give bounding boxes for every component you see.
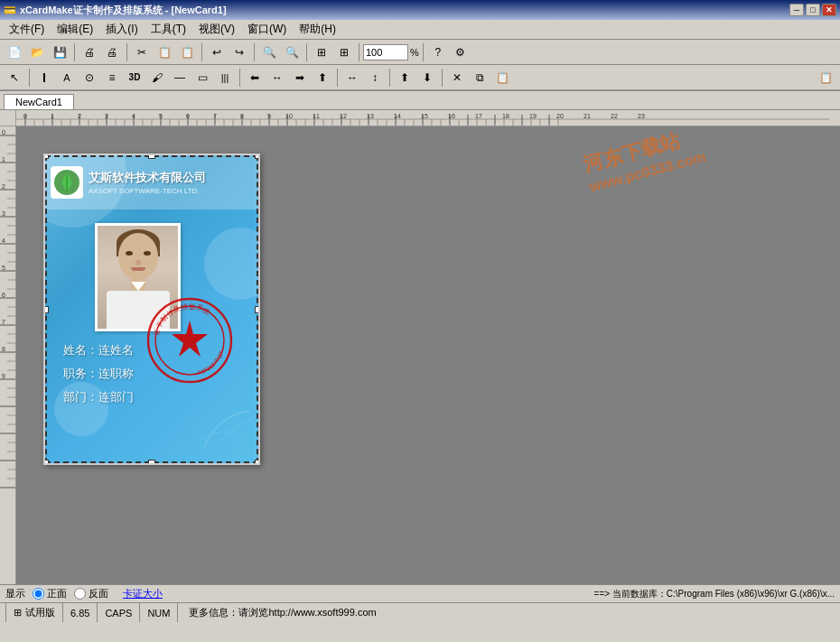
handle-tr[interactable] [255,154,260,159]
flip-v-button[interactable]: ↕ [364,68,386,88]
3d-tool[interactable]: 3D [124,68,145,88]
text-field-tool[interactable]: A [56,68,78,88]
canvas-area[interactable]: 艾斯软件技术有限公司 AXSOFT SOFTWARE-TECH LTD. [16,126,840,584]
handle-tc[interactable] [148,154,155,159]
svg-text:11: 11 [313,113,320,119]
svg-text:22: 22 [611,113,618,119]
close-button[interactable]: ✕ [822,4,836,16]
align-button[interactable]: ⊞ [311,42,332,62]
settings-button[interactable]: ⚙ [450,42,471,62]
toolbar1: 📄 📂 💾 🖨 🖨 ✂ 📋 📋 ↩ ↪ 🔍 🔍 ⊞ ⊞ % ? ⚙ [0,40,840,65]
card-logo [51,166,83,199]
layer-down-button[interactable]: ⬇ [416,68,438,88]
align-right-button[interactable]: ➡ [289,68,311,88]
copy-button[interactable]: 📋 [154,42,175,62]
svg-text:4: 4 [132,113,135,119]
zoom-input[interactable] [363,44,408,60]
zoom-in-button[interactable]: 🔍 [258,42,280,62]
print-preview-button[interactable]: 🖨 [79,42,100,62]
align-left-button[interactable]: ⬅ [244,68,266,88]
flip-h-button[interactable]: ↔ [341,68,363,88]
card-header: 艾斯软件技术有限公司 AXSOFT SOFTWARE-TECH LTD. [45,155,258,209]
sep-t2 [239,69,240,87]
more-info-text: 更多信息：请浏览http://www.xsoft999.com [189,607,376,618]
circle-tool[interactable]: ⊙ [79,68,100,88]
cut2-button[interactable]: ✕ [446,68,468,88]
card-seal: 证卡制作及排版系统 xCardMake [145,295,235,386]
svg-text:6: 6 [2,292,5,298]
svg-text:9: 9 [267,113,271,119]
id-card[interactable]: 艾斯软件技术有限公司 AXSOFT SOFTWARE-TECH LTD. [43,154,260,465]
menu-tools[interactable]: 工具(T) [145,20,191,39]
svg-text:12: 12 [340,113,347,119]
handle-tl[interactable] [43,154,49,159]
paste2-button[interactable]: 📋 [491,68,513,88]
menu-file[interactable]: 文件(F) [4,20,50,39]
sep-t5 [442,69,443,87]
menu-help[interactable]: 帮助(H) [294,20,341,39]
panel-toggle-button[interactable]: 📋 [815,68,836,88]
db-path: ==> 当前数据库：C:\Program Files (x86)\x96)\xr… [170,588,835,600]
sep-t3 [337,69,338,87]
svg-text:19: 19 [529,113,537,119]
status-bar: ⊞ 试用版 6.85 CAPS NUM 更多信息：请浏览http://www.x… [0,602,840,622]
rect-tool[interactable]: ▭ [191,68,213,88]
num-label: NUM [147,608,170,619]
edition-seg: ⊞ 试用版 [5,603,63,622]
undo-button[interactable]: ↩ [206,42,228,62]
app-icon: 💳 [4,5,16,16]
menu-insert[interactable]: 插入(I) [100,20,143,39]
handle-bc[interactable] [148,460,155,465]
menu-edit[interactable]: 编辑(E) [51,20,98,39]
svg-text:1: 1 [2,156,5,163]
help-button[interactable]: ? [427,42,449,62]
cut-button[interactable]: ✂ [131,42,153,62]
new-button[interactable]: 📄 [4,42,25,62]
separator6 [359,43,359,61]
menu-view[interactable]: 视图(V) [193,20,240,39]
align-top-button[interactable]: ⬆ [312,68,333,88]
grid-button[interactable]: ⊞ [333,42,355,62]
save-button[interactable]: 💾 [49,42,70,62]
open-button[interactable]: 📂 [26,42,48,62]
card-info: 姓名：连姓名 职务：连职称 部门：连部门 [63,339,134,409]
svg-text:2: 2 [2,183,5,190]
back-radio[interactable]: 反面 [74,587,108,600]
handle-mr[interactable] [255,306,260,313]
copy2-button[interactable]: ⧉ [469,68,490,88]
tab-newcard1[interactable]: NewCard1 [4,94,74,109]
minimize-button[interactable]: ─ [789,4,804,16]
toolbar2: ↖ I A ⊙ ≡ 3D 🖌 — ▭ ||| ⬅ ↔ ➡ ⬆ ↔ ↕ ⬆ ⬇ ✕… [0,65,840,90]
paste-button[interactable]: 📋 [176,42,198,62]
menu-window[interactable]: 窗口(W) [242,20,292,39]
handle-ml[interactable] [43,306,49,313]
zoom-percent: % [410,47,419,58]
svg-text:7: 7 [213,113,217,119]
svg-text:18: 18 [502,113,509,119]
handle-bl[interactable] [43,460,49,465]
handle-br[interactable] [255,460,260,465]
separator7 [423,43,424,61]
line-tool[interactable]: ≡ [101,68,123,88]
svg-text:21: 21 [583,113,591,119]
pointer-tool[interactable]: ↖ [4,68,25,88]
svg-text:7: 7 [2,319,5,325]
caps-seg: CAPS [98,603,140,622]
svg-text:16: 16 [448,113,455,119]
edition-label: 试用版 [25,606,55,619]
paint-tool[interactable]: 🖌 [146,68,168,88]
barcode-tool[interactable]: ||| [214,68,236,88]
print-button[interactable]: 🖨 [101,42,123,62]
front-radio[interactable]: 正面 [33,587,67,600]
layer-up-button[interactable]: ⬆ [394,68,415,88]
zoom-out-button[interactable]: 🔍 [281,42,303,62]
svg-text:3: 3 [2,210,5,217]
line2-tool[interactable]: — [169,68,191,88]
align-center-button[interactable]: ↔ [266,68,288,88]
card-size-link[interactable]: 卡证大小 [123,587,163,600]
sep-t1 [29,69,30,87]
redo-button[interactable]: ↪ [229,42,250,62]
text-tool[interactable]: I [33,68,55,88]
maximize-button[interactable]: □ [806,4,820,16]
separator5 [306,43,307,61]
